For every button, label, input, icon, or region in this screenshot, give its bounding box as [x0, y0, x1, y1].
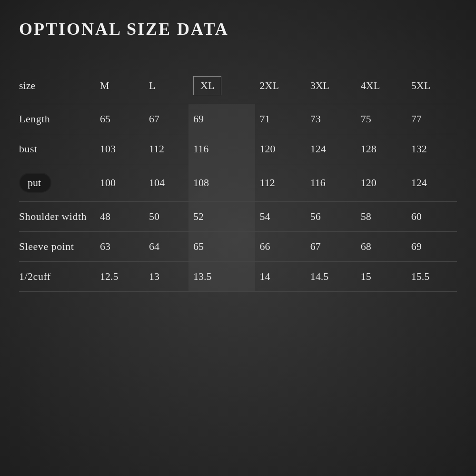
cell-2-6: 124 — [407, 164, 457, 202]
table-row: 1/2cuff12.51313.51414.51515.5 — [19, 262, 457, 292]
cell-1-0: 103 — [95, 134, 144, 164]
cell-0-5: 75 — [356, 104, 407, 134]
table-row: Length65676971737577 — [19, 104, 457, 134]
cell-5-2: 13.5 — [188, 262, 255, 292]
cell-3-3: 54 — [255, 202, 306, 232]
table-row: put100104108112116120124 — [19, 164, 457, 202]
size-col-m: M — [95, 68, 144, 104]
cell-4-2: 65 — [188, 232, 255, 262]
row-label-1/2cuff: 1/2cuff — [19, 262, 95, 292]
row-label-shoulder-width: Shoulder width — [19, 202, 95, 232]
cell-2-5: 120 — [356, 164, 407, 202]
size-col-2xl: 2XL — [255, 68, 306, 104]
size-col-4xl: 4XL — [356, 68, 407, 104]
cell-3-6: 60 — [407, 202, 457, 232]
row-label-sleeve-point: Sleeve point — [19, 232, 95, 262]
cell-1-6: 132 — [407, 134, 457, 164]
cell-1-2: 116 — [188, 134, 255, 164]
cell-5-5: 15 — [356, 262, 407, 292]
cell-0-6: 77 — [407, 104, 457, 134]
table-header-row: sizeMLXL2XL3XL4XL5XL — [19, 68, 457, 104]
cell-5-4: 14.5 — [306, 262, 356, 292]
size-col-5xl: 5XL — [407, 68, 457, 104]
cell-0-0: 65 — [95, 104, 144, 134]
table-row: Sleeve point63646566676869 — [19, 232, 457, 262]
size-table-wrapper: sizeMLXL2XL3XL4XL5XL Length6567697173757… — [19, 68, 457, 292]
cell-4-5: 68 — [356, 232, 407, 262]
size-col-3xl: 3XL — [306, 68, 356, 104]
cell-2-1: 104 — [144, 164, 188, 202]
row-label-length: Length — [19, 104, 95, 134]
size-col-l: L — [144, 68, 188, 104]
size-table: sizeMLXL2XL3XL4XL5XL Length6567697173757… — [19, 68, 457, 292]
cell-1-3: 120 — [255, 134, 306, 164]
row-label-put: put — [19, 164, 95, 202]
cell-1-1: 112 — [144, 134, 188, 164]
cell-2-4: 116 — [306, 164, 356, 202]
size-header: size — [19, 68, 95, 104]
cell-1-4: 124 — [306, 134, 356, 164]
cell-3-2: 52 — [188, 202, 255, 232]
cell-4-0: 63 — [95, 232, 144, 262]
cell-5-6: 15.5 — [407, 262, 457, 292]
cell-4-3: 66 — [255, 232, 306, 262]
cell-3-0: 48 — [95, 202, 144, 232]
cell-0-1: 67 — [144, 104, 188, 134]
page-title: OPTIONAL SIZE DATA — [19, 19, 229, 39]
cell-3-1: 50 — [144, 202, 188, 232]
cell-5-0: 12.5 — [95, 262, 144, 292]
cell-2-0: 100 — [95, 164, 144, 202]
table-row: bust103112116120124128132 — [19, 134, 457, 164]
cell-5-1: 13 — [144, 262, 188, 292]
cell-2-3: 112 — [255, 164, 306, 202]
cell-3-5: 58 — [356, 202, 407, 232]
cell-4-1: 64 — [144, 232, 188, 262]
cell-4-4: 67 — [306, 232, 356, 262]
cell-0-2: 69 — [188, 104, 255, 134]
cell-4-6: 69 — [407, 232, 457, 262]
cell-5-3: 14 — [255, 262, 306, 292]
table-row: Shoulder width48505254565860 — [19, 202, 457, 232]
cell-2-2: 108 — [188, 164, 255, 202]
size-col-xl: XL — [188, 68, 255, 104]
cell-0-3: 71 — [255, 104, 306, 134]
cell-1-5: 128 — [356, 134, 407, 164]
cell-3-4: 56 — [306, 202, 356, 232]
row-label-bust: bust — [19, 134, 95, 164]
cell-0-4: 73 — [306, 104, 356, 134]
